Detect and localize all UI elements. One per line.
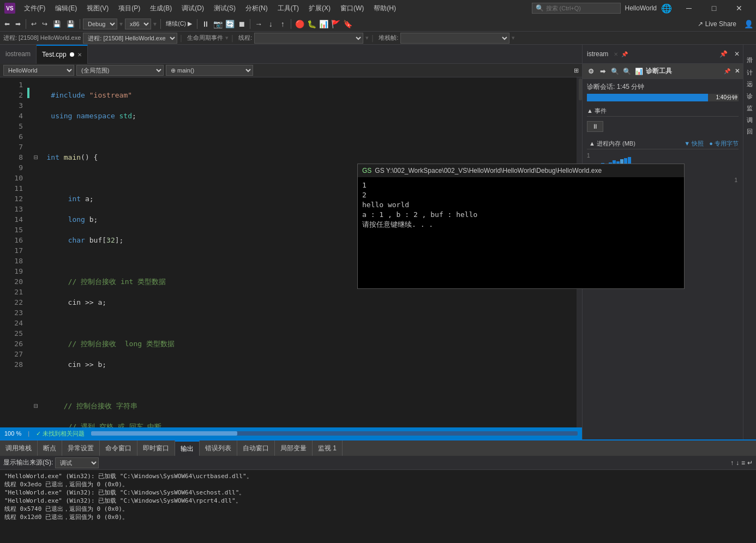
arrow-up-icon[interactable]: ↑ <box>277 19 288 29</box>
back-button[interactable]: ⬅ <box>2 19 12 29</box>
search-box[interactable]: 🔍 <box>532 3 621 14</box>
btab-output[interactable]: 输出 <box>175 441 200 456</box>
debug-config-select[interactable]: Debug <box>83 19 117 29</box>
console-content[interactable]: 1 2 hello world a : 1 , b : 2 , buf : he… <box>358 177 684 233</box>
btab-command[interactable]: 命令窗口 <box>100 441 137 456</box>
output-wrap-icon[interactable]: ↵ <box>747 459 753 467</box>
tab-testcpp[interactable]: Test.cpp ✕ <box>37 45 88 64</box>
continue-button[interactable]: 继续(C) ▶ <box>164 19 194 29</box>
btab-watch1[interactable]: 监视 1 <box>313 441 343 456</box>
console-titlebar: GS GS Y:\002_WorkSpace\002_VS\HelloWorld… <box>358 164 684 177</box>
menu-analyze[interactable]: 分析(N) <box>241 2 272 15</box>
pause-events-button[interactable]: ⏸ <box>587 121 603 132</box>
strip-item-3[interactable]: 远 <box>745 71 755 82</box>
toolbar-separator-1 <box>26 19 26 29</box>
btab-autos[interactable]: 自动窗口 <box>237 441 275 456</box>
live-share-button[interactable]: ↗ Live Share <box>694 19 740 29</box>
editor-status: 100 % | ✓ 未找到相关问题 <box>0 427 582 439</box>
output-toolbar: 显示输出来源(S): 调试 ↑ ↓ ≡ ↵ <box>0 456 756 470</box>
redo-button[interactable]: ↪ <box>40 19 50 29</box>
menu-view[interactable]: 视图(V) <box>82 2 113 15</box>
undo-button[interactable]: ↩ <box>29 19 39 29</box>
restore-button[interactable]: □ <box>701 0 727 16</box>
output-up-icon[interactable]: ↑ <box>730 459 734 467</box>
arrow-right-icon[interactable]: → <box>253 19 264 29</box>
menu-extensions[interactable]: 扩展(X) <box>304 2 335 15</box>
screenshot-icon[interactable]: 📷 <box>212 19 223 29</box>
strip-item-6[interactable]: 调 <box>745 107 755 118</box>
menu-test[interactable]: 测试(S) <box>209 2 240 15</box>
diag-chart-icon[interactable]: 📊 <box>634 67 644 76</box>
istream-tab[interactable]: istream ✕ 📌 <box>583 45 632 64</box>
menu-help[interactable]: 帮助(H) <box>369 2 400 15</box>
tab-iostream[interactable]: iostream <box>0 45 37 64</box>
arrow-down-icon[interactable]: ↓ <box>265 19 276 29</box>
btab-breakpoints[interactable]: 断点 <box>38 441 62 456</box>
menu-debug[interactable]: 调试(D) <box>177 2 208 15</box>
memory-y-max: 1 <box>587 153 590 159</box>
diag-zoom-out-icon[interactable]: 🔍 <box>622 67 632 76</box>
close-button[interactable]: ✕ <box>727 0 752 16</box>
pin-panel-button[interactable]: 📌 <box>716 50 731 58</box>
btab-locals[interactable]: 局部变量 <box>275 441 313 456</box>
scope-selector[interactable]: (全局范围) <box>76 65 164 76</box>
session-progress-fill <box>587 94 708 101</box>
menu-edit[interactable]: 编辑(E) <box>51 2 81 15</box>
menu-project[interactable]: 项目(P) <box>114 2 145 15</box>
diag-export-icon[interactable]: ➡ <box>598 67 608 76</box>
output-source-select[interactable]: 调试 <box>55 457 99 468</box>
diag-zoom-in-icon[interactable]: 🔍 <box>610 67 620 76</box>
bookmark-icon[interactable]: 🔖 <box>342 19 353 29</box>
horizontal-scrollbar[interactable] <box>91 431 578 436</box>
snapshot-button[interactable]: ▼ 快照 <box>684 140 704 148</box>
forward-button[interactable]: ➡ <box>13 19 23 29</box>
refresh-icon[interactable]: 🔄 <box>224 19 235 29</box>
perf-icon[interactable]: 📊 <box>318 19 329 29</box>
right-strip: 滑 计 远 诊 监 调 回 <box>743 45 756 439</box>
expand-icon[interactable]: ⊞ <box>574 67 579 74</box>
diag-close-icon[interactable]: ✕ <box>735 68 740 75</box>
process-select[interactable]: 进程: [21508] HelloWorld.exe <box>83 33 177 44</box>
btab-errorlist[interactable]: 错误列表 <box>200 441 237 456</box>
diag-settings-icon[interactable]: ⚙ <box>586 67 596 76</box>
close-panel-button[interactable]: ✕ <box>731 50 743 58</box>
session-row: 诊断会话: 1:45 分钟 <box>587 82 739 92</box>
stackframe-select[interactable] <box>400 33 509 44</box>
menu-file[interactable]: 文件(F) <box>20 2 50 15</box>
platform-select[interactable]: x86 <box>125 19 151 29</box>
pause-icon[interactable]: ⏸ <box>200 19 211 29</box>
profile-icon[interactable]: 👤 <box>743 19 754 29</box>
file-selector[interactable]: HelloWorld <box>3 65 74 76</box>
strip-item-4[interactable]: 诊 <box>745 83 755 94</box>
output-content[interactable]: "HelloWorld.exe" (Win32): 已加载 "C:\Window… <box>0 470 756 543</box>
output-source-label: 显示输出来源(S): <box>3 458 53 467</box>
stop-icon[interactable]: ⏹ <box>236 19 247 29</box>
menu-window[interactable]: 窗口(W) <box>336 2 368 15</box>
breakpoint-icon[interactable]: 🔴 <box>294 19 305 29</box>
output-line-4: "HelloWorld.exe" (Win32): 已加载 "C:\Window… <box>4 497 752 505</box>
output-down-icon[interactable]: ↓ <box>736 459 739 467</box>
strip-item-2[interactable]: 计 <box>745 59 755 70</box>
minimize-button[interactable]: ─ <box>676 0 701 16</box>
menu-tools[interactable]: 工具(T) <box>273 2 303 15</box>
menu-build[interactable]: 生成(B) <box>146 2 176 15</box>
func-selector[interactable]: ⊕ main() <box>166 65 253 76</box>
strip-item-1[interactable]: 滑 <box>745 47 755 58</box>
strip-item-7[interactable]: 回 <box>745 119 755 130</box>
session-progress-label: 1:40分钟 <box>716 94 737 101</box>
thread-select[interactable] <box>254 33 363 44</box>
search-input[interactable] <box>546 5 617 11</box>
output-clear-icon[interactable]: ≡ <box>741 459 745 467</box>
flag-icon[interactable]: 🚩 <box>330 19 341 29</box>
btab-immediate[interactable]: 即时窗口 <box>137 441 175 456</box>
save-all-button[interactable]: 💾 <box>64 19 77 29</box>
memory-title-text: ▲ 进程内存 (MB) <box>589 140 635 148</box>
btab-exceptions[interactable]: 异常设置 <box>62 441 100 456</box>
save-button[interactable]: 💾 <box>51 19 63 29</box>
output-toolbar-right: ↑ ↓ ≡ ↵ <box>730 459 753 467</box>
tab-close-icon[interactable]: ✕ <box>77 52 82 58</box>
diag-pin-icon[interactable]: 📌 <box>724 68 730 74</box>
btab-callstack[interactable]: 调用堆栈 <box>0 441 38 456</box>
debug-icon[interactable]: 🐛 <box>306 19 317 29</box>
strip-item-5[interactable]: 监 <box>745 95 755 106</box>
